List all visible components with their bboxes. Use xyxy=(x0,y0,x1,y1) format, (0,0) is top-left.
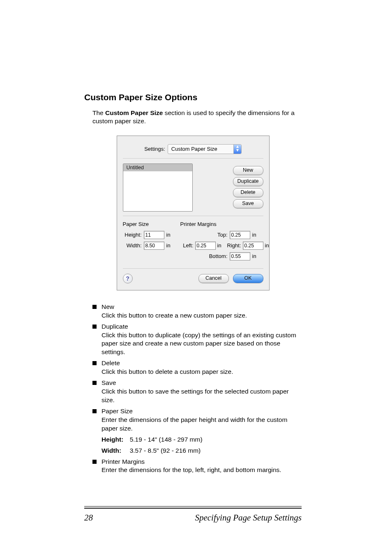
unit-label: in xyxy=(252,253,259,259)
right-label: Right: xyxy=(226,242,241,249)
option-title: Save xyxy=(101,379,302,387)
list-item[interactable]: Untitled xyxy=(123,164,192,171)
settings-row: Settings: Custom Paper Size ▴ ▾ xyxy=(123,144,263,154)
option-title: Paper Size xyxy=(101,407,302,416)
height-input[interactable] xyxy=(144,231,164,239)
option-description: Click this button to save the settings f… xyxy=(101,387,302,405)
settings-value: Custom Paper Size xyxy=(171,146,217,152)
help-icon[interactable]: ? xyxy=(123,274,133,283)
divider xyxy=(123,158,263,159)
width-input[interactable] xyxy=(144,242,164,250)
option-title: Printer Margins xyxy=(101,458,302,466)
top-label: Top: xyxy=(217,232,228,238)
footer-rule-thick xyxy=(84,508,302,509)
custom-sizes-listbox[interactable]: Untitled xyxy=(123,164,193,212)
settings-select[interactable]: Custom Paper Size ▴ ▾ xyxy=(168,144,242,154)
footer-rule-thin xyxy=(84,506,302,507)
right-input[interactable] xyxy=(243,242,263,250)
option-title: New xyxy=(101,303,302,311)
intro-paragraph: The Custom Paper Size section is used to… xyxy=(92,109,302,125)
section-running-title: Specifying Page Setup Settings xyxy=(195,513,302,523)
unit-label: in xyxy=(166,242,173,249)
unit-label: in xyxy=(166,232,173,238)
dialog-figure: Settings: Custom Paper Size ▴ ▾ Untitled… xyxy=(117,136,270,290)
delete-button[interactable]: Delete xyxy=(233,188,263,197)
cancel-button[interactable]: Cancel xyxy=(198,274,229,283)
option-title: Delete xyxy=(101,359,302,368)
height-label: Height: xyxy=(123,232,142,238)
divider xyxy=(123,216,263,216)
unit-label: in xyxy=(265,242,272,249)
save-button[interactable]: Save xyxy=(233,199,263,208)
intro-pre: The xyxy=(92,109,105,116)
section-heading: Custom Paper Size Options xyxy=(84,92,302,102)
option-description: Enter the dimensions of the paper height… xyxy=(101,416,302,433)
page-number: 28 xyxy=(84,513,93,523)
paper-size-label: Paper Size xyxy=(123,221,173,227)
intro-bold: Custom Paper Size xyxy=(105,109,163,116)
height-range-row: Height: 5.19 - 14" (148 - 297 mm) xyxy=(101,435,302,444)
option-description: Enter the dimensions for the top, left, … xyxy=(101,466,302,474)
settings-label: Settings: xyxy=(144,146,165,152)
ok-button[interactable]: OK xyxy=(233,274,263,283)
option-description: Click this button to duplicate (copy) th… xyxy=(101,331,302,357)
duplicate-button[interactable]: Duplicate xyxy=(233,177,263,186)
bottom-label: Bottom: xyxy=(209,253,228,259)
unit-label: in xyxy=(252,232,259,238)
divider xyxy=(123,268,263,269)
new-button[interactable]: New xyxy=(233,166,263,175)
option-list: New Click this button to create a new cu… xyxy=(92,303,302,475)
option-description: Click this button to delete a custom pap… xyxy=(101,368,302,376)
printer-margins-label: Printer Margins xyxy=(180,221,272,227)
top-input[interactable] xyxy=(230,231,250,239)
width-range-row: Width: 3.57 - 8.5" (92 - 216 mm) xyxy=(101,447,302,455)
left-label: Left: xyxy=(180,242,194,249)
width-label: Width: xyxy=(123,242,142,249)
chevron-up-down-icon: ▴ ▾ xyxy=(233,145,241,154)
option-description: Click this button to create a new custom… xyxy=(101,311,302,320)
bottom-input[interactable] xyxy=(230,252,250,260)
option-title: Duplicate xyxy=(101,322,302,331)
left-input[interactable] xyxy=(195,242,216,250)
unit-label: in xyxy=(217,242,224,249)
